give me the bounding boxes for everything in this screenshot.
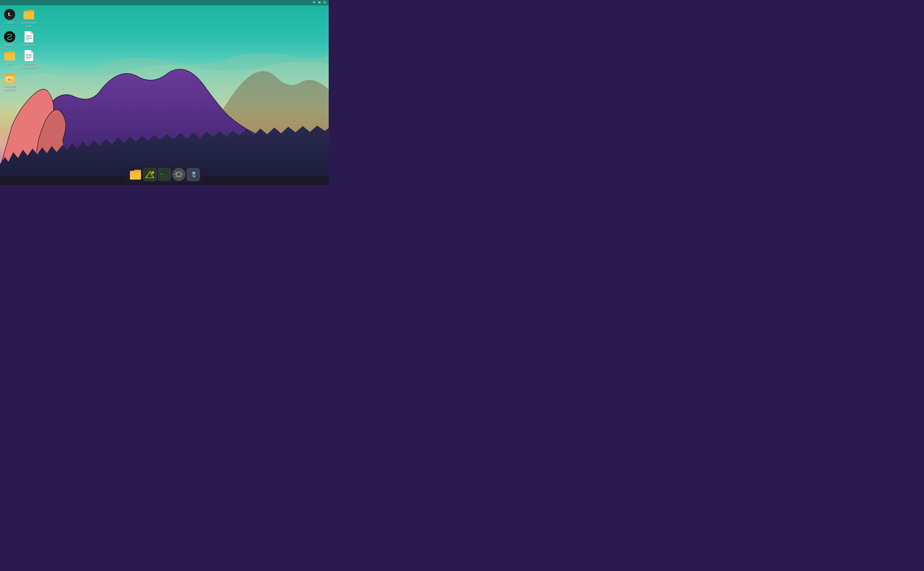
icon-row-3: Christmas Party Pics: [0, 71, 39, 93]
plaintext-passwords-doc-img: [23, 50, 35, 61]
dock-settings-button[interactable]: [172, 168, 185, 181]
christmas-party-pics-img: [4, 72, 15, 83]
svg-point-16: [11, 77, 13, 79]
icon-row-2: W.I.P Plaintext Passwords: [0, 48, 39, 71]
icon-row-0: Ł LokiNet Service Node Stuff: [0, 7, 39, 29]
topbar: [0, 0, 329, 5]
power-icon[interactable]: [323, 1, 326, 5]
icon-row-1: Session Private Keys: [0, 29, 39, 48]
christmas-party-pics-label: Christmas Party Pics: [1, 85, 18, 91]
private-keys-icon[interactable]: Private Keys: [19, 29, 39, 48]
desktop-background: 9: [0, 5, 329, 185]
svg-point-20: [151, 171, 154, 174]
dock-image-viewer-button[interactable]: [143, 168, 156, 181]
lokinet-icon[interactable]: Ł LokiNet: [0, 7, 19, 26]
session-icon-img: [4, 31, 15, 43]
dock-terminal-button[interactable]: >_: [158, 168, 171, 181]
dock-trash-button[interactable]: [187, 168, 200, 181]
taskbar-dock: >_: [126, 166, 203, 183]
wifi-icon: [312, 1, 316, 5]
session-icon[interactable]: Session: [0, 29, 19, 48]
volume-icon: [318, 1, 321, 5]
svg-point-24: [177, 173, 180, 176]
dock-files-button[interactable]: [129, 168, 142, 181]
christmas-party-pics-icon[interactable]: Christmas Party Pics: [0, 71, 19, 93]
private-keys-doc-img: [23, 31, 35, 43]
lokinet-icon-img: Ł: [4, 9, 15, 20]
private-keys-label: Private Keys: [22, 43, 36, 47]
service-node-folder-img: [23, 9, 35, 20]
svg-text:Ł: Ł: [8, 12, 11, 17]
wip-label: W.I.P: [6, 62, 13, 66]
svg-text:>_: >_: [160, 172, 165, 176]
session-label: Session: [5, 43, 14, 47]
desktop-icons-container: Ł LokiNet Service Node Stuff: [0, 7, 39, 93]
wip-folder-img: [4, 50, 15, 61]
plaintext-passwords-label: Plaintext Passwords: [20, 62, 37, 69]
service-node-stuff-icon[interactable]: Service Node Stuff: [19, 7, 39, 29]
wip-icon[interactable]: W.I.P: [0, 48, 19, 67]
service-node-label: Service Node Stuff: [20, 21, 37, 28]
plaintext-passwords-icon[interactable]: Plaintext Passwords: [19, 48, 39, 71]
lokinet-label: LokiNet: [5, 21, 14, 25]
